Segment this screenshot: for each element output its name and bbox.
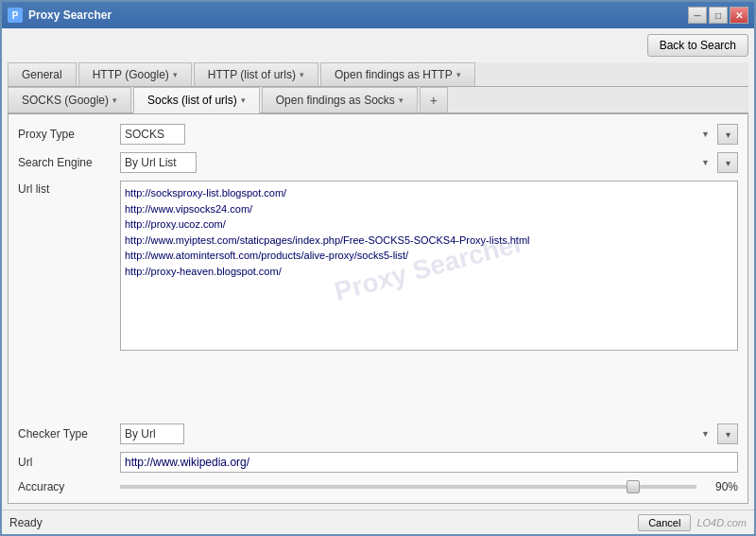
url-list-textarea[interactable]: [120, 181, 738, 351]
lo4d-logo: LO4D.com: [696, 517, 747, 528]
window-controls: ─ □ ✕: [688, 7, 748, 24]
tab-row-1: General HTTP (Google) ▾ HTTP (list of ur…: [8, 62, 748, 87]
search-engine-select[interactable]: By Url List Google: [120, 152, 197, 173]
window-title: Proxy Searcher: [28, 9, 688, 22]
url-input[interactable]: [120, 452, 738, 473]
checker-type-select-wrap: By Url Custom: [120, 424, 713, 444]
chevron-down-icon: ▾: [112, 95, 117, 105]
chevron-down-icon: ▾: [399, 95, 404, 105]
url-list-row: Url list Proxy Searcher: [18, 181, 738, 416]
proxy-type-select-wrap: SOCKS HTTP: [120, 124, 713, 145]
url-textarea-wrap: Proxy Searcher: [120, 181, 738, 354]
checker-type-expand-button[interactable]: ▾: [717, 424, 738, 444]
accuracy-slider-wrap: [120, 485, 696, 489]
proxy-type-label: Proxy Type: [18, 128, 112, 141]
url-row: Url: [18, 452, 738, 473]
tab-open-socks-label: Open findings as Socks: [276, 94, 395, 107]
title-bar: P Proxy Searcher ─ □ ✕: [2, 2, 754, 28]
checker-type-label: Checker Type: [18, 427, 112, 441]
tab-http-google-label: HTTP (Google): [93, 68, 169, 81]
tab-open-socks[interactable]: Open findings as Socks ▾: [262, 87, 418, 112]
chevron-down-icon: ▾: [300, 70, 304, 79]
tab-http-urls[interactable]: HTTP (list of urls) ▾: [194, 62, 318, 86]
minimize-button[interactable]: ─: [688, 7, 707, 24]
status-right: Cancel LO4D.com: [638, 514, 747, 531]
chevron-down-icon: ▾: [173, 70, 178, 79]
add-tab-button[interactable]: +: [420, 87, 448, 112]
url-list-label: Url list: [18, 181, 112, 196]
back-to-search-button[interactable]: Back to Search: [647, 34, 748, 57]
close-button[interactable]: ✕: [730, 7, 748, 24]
main-panel: Proxy Type SOCKS HTTP ▾ Search Engine: [8, 113, 748, 504]
main-window: P Proxy Searcher ─ □ ✕ Back to Search Ge…: [0, 0, 756, 536]
tab-socks-google[interactable]: SOCKS (Google) ▾: [8, 87, 131, 112]
tab-row-2: SOCKS (Google) ▾ Socks (list of urls) ▾ …: [8, 87, 748, 113]
search-engine-select-wrap: By Url List Google: [120, 152, 713, 173]
checker-type-row: Checker Type By Url Custom ▾: [18, 424, 738, 444]
url-control: [120, 452, 738, 473]
proxy-type-expand-button[interactable]: ▾: [717, 124, 738, 145]
status-text: Ready: [9, 516, 43, 529]
top-bar: Back to Search: [8, 34, 748, 57]
chevron-down-icon: ▾: [241, 95, 246, 105]
tab-general[interactable]: General: [8, 62, 77, 86]
search-engine-label: Search Engine: [18, 156, 112, 169]
tab-socks-urls[interactable]: Socks (list of urls) ▾: [133, 87, 260, 113]
tab-open-http[interactable]: Open findings as HTTP ▾: [320, 62, 475, 86]
url-label: Url: [18, 456, 112, 469]
accuracy-label: Accuracy: [18, 480, 112, 493]
tab-http-urls-label: HTTP (list of urls): [208, 68, 296, 81]
tab-socks-google-label: SOCKS (Google): [22, 94, 109, 107]
accuracy-value: 90%: [704, 480, 738, 493]
maximize-button[interactable]: □: [709, 7, 728, 24]
proxy-type-select[interactable]: SOCKS HTTP: [120, 124, 185, 145]
checker-type-control: By Url Custom ▾: [120, 424, 738, 444]
proxy-type-row: Proxy Type SOCKS HTTP ▾: [18, 124, 738, 145]
search-engine-row: Search Engine By Url List Google ▾: [18, 152, 738, 173]
proxy-type-control: SOCKS HTTP ▾: [120, 124, 738, 145]
accuracy-row: Accuracy 90%: [18, 480, 738, 493]
chevron-down-icon: ▾: [456, 70, 461, 79]
checker-type-select[interactable]: By Url Custom: [120, 424, 184, 444]
status-bar: Ready Cancel LO4D.com: [2, 510, 754, 534]
window-icon: P: [8, 8, 23, 23]
tab-socks-urls-label: Socks (list of urls): [147, 94, 237, 107]
tab-open-http-label: Open findings as HTTP: [335, 68, 453, 81]
tab-http-google[interactable]: HTTP (Google) ▾: [78, 62, 192, 86]
search-engine-expand-button[interactable]: ▾: [717, 152, 738, 173]
accuracy-slider[interactable]: [120, 485, 696, 489]
cancel-button[interactable]: Cancel: [638, 514, 691, 531]
tab-general-label: General: [22, 68, 62, 81]
search-engine-control: By Url List Google ▾: [120, 152, 738, 173]
content-area: Back to Search General HTTP (Google) ▾ H…: [2, 28, 754, 510]
